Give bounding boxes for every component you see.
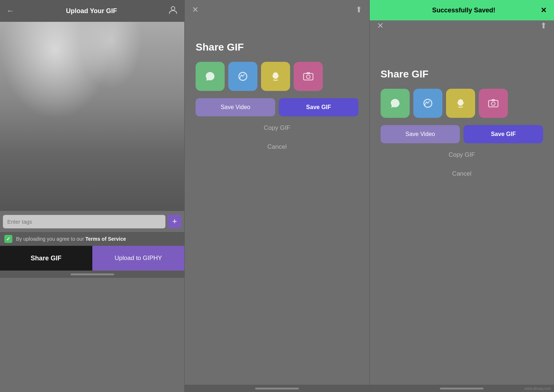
home-indicator-bar — [71, 273, 114, 275]
save-gif-button-3[interactable]: Save GIF — [463, 125, 543, 143]
page-title: Upload Your GIF — [15, 7, 168, 15]
home-indicator-bar-3 — [440, 388, 483, 389]
snapchat-share-button[interactable] — [261, 62, 290, 91]
share-title: Share GIF — [196, 41, 244, 53]
svg-rect-4 — [306, 72, 310, 74]
gif-preview — [0, 22, 184, 211]
terms-text: By uploading you agree to our Terms of S… — [16, 236, 126, 242]
watermark: www.deuaq.com — [525, 387, 551, 391]
messages-share-button[interactable] — [196, 62, 225, 91]
upload-giphy-button[interactable]: Upload to GIPHY — [92, 246, 185, 271]
share-action-buttons: Save Video Save GIF — [196, 98, 358, 116]
profile-icon[interactable] — [168, 5, 178, 17]
cancel-button-3[interactable]: Cancel — [381, 164, 543, 183]
copy-gif-button-3[interactable]: Copy GIF — [381, 145, 543, 164]
cancel-button[interactable]: Cancel — [196, 137, 358, 156]
copy-gif-button[interactable]: Copy GIF — [196, 119, 358, 137]
preview-image — [0, 22, 184, 211]
home-indicator-bar-2 — [255, 388, 299, 389]
svg-rect-2 — [304, 73, 313, 80]
success-message: Successfully Saved! — [387, 7, 541, 14]
camera-share-button-3[interactable] — [479, 89, 508, 118]
save-gif-button[interactable]: Save GIF — [279, 98, 358, 116]
success-close-button[interactable]: ✕ — [541, 6, 547, 15]
terms-link[interactable]: Terms of Service — [85, 236, 126, 242]
save-video-button[interactable]: Save Video — [196, 98, 275, 116]
bottom-buttons: Share GIF Upload to GIPHY — [0, 246, 184, 271]
terms-row: By uploading you agree to our Terms of S… — [0, 232, 184, 246]
home-indicator — [0, 271, 184, 278]
share-panel-header: ✕ ⬆ — [185, 0, 369, 20]
terms-checkbox[interactable] — [4, 235, 12, 243]
share-icons-row-3 — [381, 89, 543, 118]
share-icon[interactable]: ⬆ — [356, 5, 362, 15]
share-icons-row — [196, 62, 358, 91]
panel-upload-gif: ← Upload Your GIF + By uploading you agr… — [0, 0, 184, 392]
svg-point-0 — [171, 7, 175, 10]
panel-share-gif: ✕ ⬆ Share GIF — [184, 0, 369, 392]
snapchat-share-button-3[interactable] — [446, 89, 475, 118]
share-content-3: Share GIF — [370, 36, 554, 385]
home-indicator-2 — [185, 385, 369, 392]
success-banner: Successfully Saved! ✕ — [370, 0, 554, 20]
close-icon-3[interactable]: ✕ — [377, 21, 384, 31]
svg-rect-9 — [489, 100, 498, 107]
share-gif-button[interactable]: Share GIF — [0, 246, 92, 271]
share-content: Share GIF — [185, 20, 369, 385]
messenger-share-button[interactable] — [228, 62, 257, 91]
add-tag-button[interactable]: + — [168, 215, 181, 228]
back-icon[interactable]: ← — [7, 6, 15, 16]
svg-rect-11 — [491, 99, 495, 101]
panel-share-gif-success: 5:33 ··· Successfully Sa — [369, 0, 554, 392]
save-video-button-3[interactable]: Save Video — [381, 125, 460, 143]
panel1-header: ← Upload Your GIF — [0, 0, 184, 22]
camera-share-button[interactable] — [294, 62, 323, 91]
tags-row: + — [3, 215, 181, 228]
share-action-buttons-3: Save Video Save GIF — [381, 125, 543, 143]
share-title-3: Share GIF — [381, 68, 429, 80]
svg-point-3 — [306, 75, 310, 79]
share-icon-3[interactable]: ⬆ — [540, 21, 547, 31]
messenger-share-button-3[interactable] — [413, 89, 442, 118]
svg-point-10 — [491, 102, 495, 105]
close-icon[interactable]: ✕ — [192, 5, 198, 15]
tags-input[interactable] — [3, 215, 165, 228]
messages-share-button-3[interactable] — [381, 89, 410, 118]
